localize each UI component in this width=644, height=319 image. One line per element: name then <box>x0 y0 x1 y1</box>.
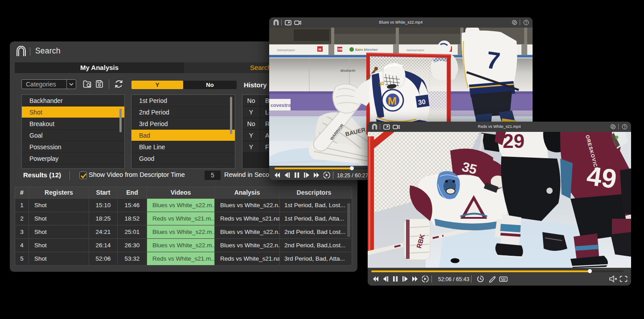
svg-text:BluEarth: BluEarth <box>340 69 355 73</box>
svg-text:30: 30 <box>418 98 426 106</box>
svg-text:49: 49 <box>585 160 618 194</box>
svg-text:H: H <box>319 47 322 52</box>
svg-text:heinemann: heinemann <box>277 48 295 52</box>
svg-text:Bahn München: Bahn München <box>355 48 377 52</box>
svg-text:29: 29 <box>503 132 525 152</box>
svg-text:covestro: covestro <box>271 102 291 108</box>
svg-text:heinemann: heinemann <box>406 48 424 52</box>
svg-text:DB: DB <box>338 48 342 51</box>
svg-text:M: M <box>388 95 397 107</box>
